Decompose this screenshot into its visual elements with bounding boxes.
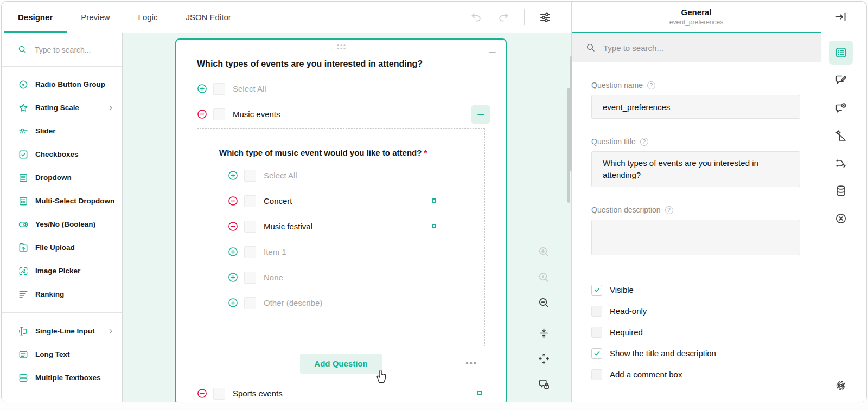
checkbox[interactable] bbox=[244, 170, 256, 182]
nested-question-panel[interactable]: Which type of music event would you like… bbox=[197, 128, 485, 346]
choice-label[interactable]: Music festival bbox=[264, 222, 312, 231]
settings-gear-icon[interactable] bbox=[834, 379, 847, 392]
chevron-right-icon[interactable] bbox=[107, 104, 114, 112]
remove-item-icon[interactable] bbox=[228, 196, 238, 206]
checkbox-add-comment-box[interactable]: Add a comment box bbox=[591, 364, 800, 385]
choice-row-none[interactable]: None bbox=[219, 265, 463, 290]
settings-sliders-icon[interactable] bbox=[539, 11, 552, 24]
help-icon[interactable]: ? bbox=[647, 81, 655, 89]
remove-item-icon[interactable] bbox=[228, 221, 238, 232]
checkbox-required[interactable]: Required bbox=[591, 322, 800, 343]
toolbox-item-multi-select-dropdown[interactable]: Multi-Select Dropdown bbox=[2, 189, 122, 213]
choice-label[interactable]: None bbox=[264, 273, 283, 282]
toolbox-item-image-picker[interactable]: Image Picker bbox=[2, 259, 122, 282]
tab-logic[interactable]: Logic bbox=[124, 2, 172, 33]
toolbox-item-multiple-textboxes[interactable]: Multiple Textboxes bbox=[2, 366, 122, 389]
question-title-input[interactable]: Which types of events are you interested… bbox=[591, 151, 800, 187]
remove-item-icon[interactable] bbox=[197, 109, 207, 119]
collapse-question-icon[interactable] bbox=[489, 52, 496, 53]
checkbox-unchecked-icon[interactable] bbox=[591, 369, 602, 380]
more-options-icon[interactable]: ••• bbox=[465, 358, 477, 368]
collapse-nested-question-button[interactable] bbox=[471, 105, 490, 124]
toolbox-item-single-line-input[interactable]: Single-Line Input bbox=[2, 319, 122, 343]
drag-marker-icon[interactable] bbox=[432, 224, 436, 228]
design-icon[interactable] bbox=[829, 124, 853, 147]
checkbox[interactable] bbox=[244, 195, 256, 207]
tab-preview[interactable]: Preview bbox=[67, 2, 124, 33]
zoom-in-icon[interactable] bbox=[535, 239, 552, 265]
checkbox-checked-icon[interactable] bbox=[591, 285, 602, 296]
checkbox-unchecked-icon[interactable] bbox=[591, 327, 602, 338]
choice-label[interactable]: Item 1 bbox=[264, 247, 286, 256]
toolbox-item-dropdown[interactable]: Dropdown bbox=[2, 166, 122, 189]
lock-questions-icon[interactable] bbox=[535, 371, 552, 397]
choice-label[interactable]: Music events bbox=[233, 110, 280, 119]
checkbox[interactable] bbox=[244, 221, 256, 233]
choice-label[interactable]: Sports events bbox=[233, 389, 283, 398]
choice-row-music-events[interactable]: Music events bbox=[197, 101, 485, 127]
help-icon[interactable]: ? bbox=[665, 206, 673, 214]
toolbox-item-rating-scale[interactable]: Rating Scale bbox=[2, 96, 122, 119]
panel-scrollbar[interactable] bbox=[570, 56, 572, 171]
drag-marker-icon[interactable] bbox=[432, 198, 436, 203]
undo-icon[interactable] bbox=[470, 11, 483, 24]
zoom-to-fit-icon[interactable] bbox=[535, 265, 552, 290]
tab-json-editor[interactable]: JSON Editor bbox=[171, 2, 245, 33]
chevron-right-icon[interactable] bbox=[107, 327, 114, 335]
checkbox[interactable] bbox=[244, 246, 256, 258]
toolbox-search[interactable]: Type to search... bbox=[2, 33, 122, 67]
checkbox[interactable] bbox=[213, 388, 225, 400]
toolbox-item-boolean[interactable]: Yes/No (Boolean) bbox=[2, 213, 122, 236]
redo-icon[interactable] bbox=[497, 11, 510, 24]
checkbox[interactable] bbox=[244, 297, 256, 309]
category-general-icon[interactable] bbox=[829, 41, 853, 65]
add-item-icon[interactable] bbox=[197, 84, 207, 94]
toolbox-item-ranking[interactable]: Ranking bbox=[2, 282, 122, 306]
choice-row-sports-events[interactable]: Sports events bbox=[197, 381, 485, 402]
checkbox-show-title-description[interactable]: Show the title and description bbox=[591, 343, 800, 364]
comment-discard-icon[interactable] bbox=[829, 96, 853, 120]
question-description-input[interactable] bbox=[591, 220, 800, 255]
add-item-icon[interactable] bbox=[228, 272, 238, 282]
toolbox-item-file-upload[interactable]: File Upload bbox=[2, 236, 122, 259]
toolbox-item-checkboxes[interactable]: Checkboxes bbox=[2, 143, 122, 166]
zoom-out-icon[interactable] bbox=[535, 290, 552, 316]
choice-label[interactable]: Other (describe) bbox=[264, 298, 322, 307]
data-icon[interactable] bbox=[829, 179, 853, 203]
choice-row-select-all[interactable]: Select All bbox=[219, 163, 463, 188]
choice-label[interactable]: Select All bbox=[233, 84, 266, 93]
add-question-button[interactable]: Add Question bbox=[300, 354, 381, 374]
expand-all-icon[interactable] bbox=[535, 346, 552, 371]
drag-marker-icon[interactable] bbox=[477, 391, 482, 395]
comment-edit-icon[interactable] bbox=[829, 68, 853, 92]
choice-row-concert[interactable]: Concert bbox=[219, 188, 463, 214]
choice-label[interactable]: Select All bbox=[264, 171, 297, 180]
question-name-input[interactable]: event_preferences bbox=[591, 95, 800, 119]
checkbox[interactable] bbox=[213, 108, 225, 120]
tab-designer[interactable]: Designer bbox=[4, 2, 67, 33]
collapse-all-icon[interactable] bbox=[535, 320, 552, 346]
checkbox-read-only[interactable]: Read-only bbox=[591, 300, 800, 322]
choice-row-music-festival[interactable]: Music festival bbox=[219, 214, 463, 239]
toolbox-item-slider[interactable]: Slider bbox=[2, 119, 122, 143]
add-item-icon[interactable] bbox=[228, 247, 238, 257]
remove-item-icon[interactable] bbox=[197, 388, 207, 399]
selected-question-card[interactable]: Which types of events are you interested… bbox=[175, 38, 507, 402]
drag-handle-icon[interactable] bbox=[337, 44, 345, 49]
choice-label[interactable]: Concert bbox=[264, 196, 292, 206]
choice-row-other[interactable]: Other (describe) bbox=[219, 290, 463, 316]
add-item-icon[interactable] bbox=[228, 298, 238, 308]
add-item-icon[interactable] bbox=[228, 170, 238, 181]
property-search[interactable]: Type to search... bbox=[572, 33, 821, 62]
checkbox[interactable] bbox=[244, 272, 256, 284]
toolbox-item-long-text[interactable]: Long Text bbox=[2, 343, 122, 366]
collapse-panel-icon[interactable] bbox=[829, 5, 853, 29]
validation-icon[interactable] bbox=[829, 207, 853, 230]
toolbox-item-radio-button-group[interactable]: Radio Button Group bbox=[2, 73, 122, 96]
help-icon[interactable]: ? bbox=[640, 138, 648, 146]
checkbox-visible[interactable]: Visible bbox=[591, 279, 800, 300]
choice-row-select-all[interactable]: Select All bbox=[197, 76, 485, 101]
checkbox-unchecked-icon[interactable] bbox=[591, 306, 602, 317]
checkbox[interactable] bbox=[213, 83, 225, 95]
logic-flow-icon[interactable] bbox=[829, 151, 853, 175]
